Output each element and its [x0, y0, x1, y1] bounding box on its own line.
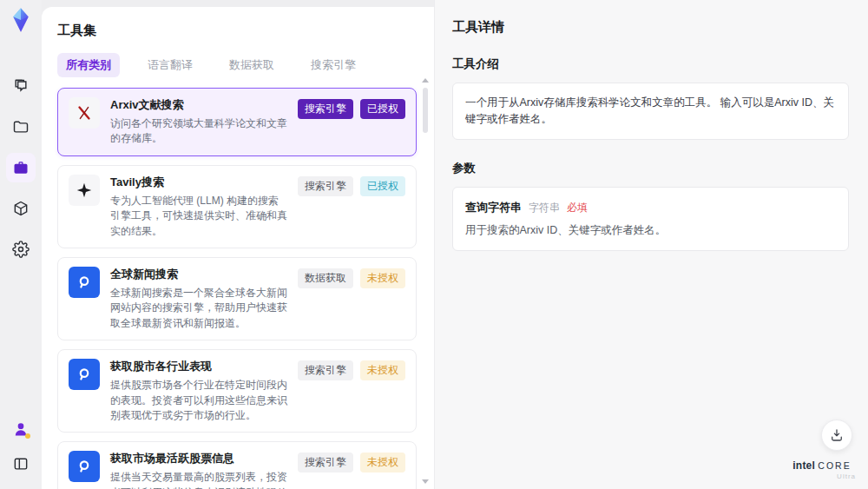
- scroll-up-arrow[interactable]: [422, 78, 429, 83]
- sidebar: [0, 0, 42, 489]
- tab-search-engine[interactable]: 搜索引擎: [302, 53, 365, 77]
- tool-card-arxiv[interactable]: Arxiv文献搜索 访问各个研究领域大量科学论文和文章的存储库。 搜索引擎 已授…: [57, 88, 417, 156]
- tool-name: 获取股市各行业表现: [110, 359, 287, 374]
- news-search-icon: [69, 359, 100, 390]
- user-status-dot: [25, 433, 30, 439]
- tool-description: 访问各个研究领域大量科学论文和文章的存储库。: [110, 116, 287, 147]
- category-badge: 搜索引擎: [298, 99, 353, 119]
- tool-list-panel: 工具集 所有类别 语言翻译 数据获取 搜索引擎 Arxiv文献搜索 访问各个研究…: [42, 7, 434, 489]
- panel-toggle-icon: [12, 455, 30, 472]
- auth-badge: 未授权: [360, 360, 405, 380]
- scroll-down-arrow[interactable]: [422, 479, 429, 484]
- tool-card-global-news[interactable]: 全球新闻搜索 全球新闻搜索是一个聚合全球各大新闻网站内容的搜索引擎，帮助用户快速…: [57, 257, 417, 340]
- tool-description: 提供当天交易量最高的股票列表，投资者可以利用这些信息来识别流动性强的股票和潜在的…: [110, 470, 287, 489]
- app-logo-icon: [8, 7, 34, 33]
- folder-icon: [12, 118, 30, 135]
- sidebar-bottom: [6, 414, 36, 489]
- download-button[interactable]: [821, 420, 852, 451]
- collapse-sidebar-button[interactable]: [6, 449, 36, 479]
- gear-icon: [12, 241, 30, 258]
- params-heading: 参数: [452, 161, 849, 176]
- tool-card-active-stocks[interactable]: 获取市场最活跃股票信息 提供当天交易量最高的股票列表，投资者可以利用这些信息来识…: [57, 441, 417, 489]
- user-profile-button[interactable]: [6, 414, 36, 444]
- param-description: 用于搜索的Arxiv ID、关键字或作者姓名。: [465, 222, 836, 239]
- tool-name: 全球新闻搜索: [110, 267, 287, 282]
- tool-card-tavily[interactable]: Tavily搜索 专为人工智能代理 (LLM) 构建的搜索引擎工具，可快速提供实…: [57, 165, 417, 248]
- auth-badge: 已授权: [360, 99, 405, 119]
- arxiv-icon: [69, 97, 100, 129]
- category-badge: 数据获取: [298, 268, 353, 288]
- param-type: 字符串: [529, 200, 560, 215]
- sidebar-item-settings[interactable]: [6, 235, 36, 264]
- category-badge: 搜索引擎: [298, 176, 353, 196]
- intel-sub-text: Ultra: [788, 472, 856, 480]
- tool-description: 专为人工智能代理 (LLM) 构建的搜索引擎工具，可快速提供实时、准确和真实的结…: [110, 194, 287, 239]
- intro-heading: 工具介绍: [452, 56, 849, 72]
- list-scrollbar[interactable]: [421, 78, 430, 484]
- news-search-icon: [69, 267, 100, 298]
- param-box: 查询字符串 字符串 必填 用于搜索的Arxiv ID、关键字或作者姓名。: [452, 187, 849, 251]
- tool-card-sector-performance[interactable]: 获取股市各行业表现 提供股票市场各个行业在特定时间段内的表现。投资者可以利用这些…: [57, 349, 417, 433]
- chat-icon: [12, 77, 30, 95]
- tool-name: 获取市场最活跃股票信息: [110, 451, 287, 466]
- category-badge: 搜索引擎: [298, 453, 353, 472]
- tool-intro-box: 一个用于从Arxiv存储库搜索科学论文和文章的工具。 输入可以是Arxiv ID…: [452, 83, 849, 140]
- param-name: 查询字符串: [465, 199, 522, 216]
- intel-logo-text: intel: [792, 459, 815, 472]
- param-required-badge: 必填: [567, 200, 588, 215]
- auth-badge: 未授权: [360, 268, 405, 288]
- auth-badge: 已授权: [360, 176, 405, 196]
- tool-description: 提供股票市场各个行业在特定时间段内的表现。投资者可以利用这些信息来识别表现优于或…: [110, 378, 287, 423]
- scrollbar-thumb[interactable]: [423, 88, 428, 133]
- auth-badge: 未授权: [360, 453, 405, 472]
- tab-language-translation[interactable]: 语言翻译: [139, 53, 201, 77]
- sidebar-item-models[interactable]: [6, 194, 36, 223]
- sidebar-item-tools[interactable]: [6, 153, 36, 182]
- download-icon: [829, 427, 845, 443]
- sidebar-nav: [6, 71, 36, 264]
- tool-details-panel: 工具详情 工具介绍 一个用于从Arxiv存储库搜索科学论文和文章的工具。 输入可…: [434, 0, 868, 489]
- tavily-icon: [69, 175, 100, 206]
- category-tabs: 所有类别 语言翻译 数据获取 搜索引擎: [57, 53, 417, 77]
- intel-core-badge: intel CORE Ultra: [788, 459, 856, 480]
- tool-description: 全球新闻搜索是一个聚合全球各大新闻网站内容的搜索引擎，帮助用户快速获取全球最新资…: [110, 286, 287, 331]
- news-search-icon: [69, 451, 100, 482]
- tab-all-categories[interactable]: 所有类别: [57, 53, 120, 77]
- cube-icon: [12, 200, 30, 217]
- tool-list: Arxiv文献搜索 访问各个研究领域大量科学论文和文章的存储库。 搜索引擎 已授…: [57, 88, 417, 489]
- tab-data-acquisition[interactable]: 数据获取: [220, 53, 283, 77]
- sidebar-item-files[interactable]: [6, 112, 36, 142]
- tool-name: Arxiv文献搜索: [110, 97, 287, 113]
- category-badge: 搜索引擎: [298, 360, 353, 380]
- page-title: 工具集: [57, 23, 417, 39]
- sidebar-item-chat[interactable]: [6, 71, 36, 101]
- briefcase-icon: [12, 159, 30, 176]
- details-title: 工具详情: [452, 19, 849, 36]
- tool-name: Tavily搜索: [110, 175, 287, 190]
- core-logo-text: CORE: [818, 460, 851, 471]
